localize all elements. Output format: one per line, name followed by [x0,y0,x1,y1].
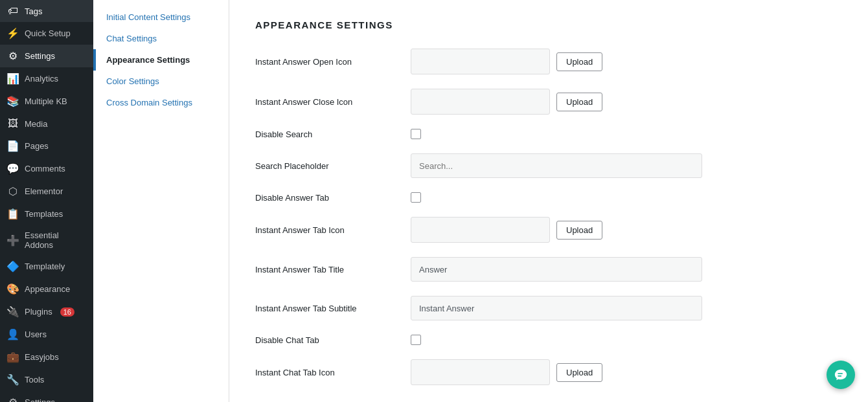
multiple-kb-icon: 📚 [6,95,19,107]
field-control-open-icon: Upload [411,49,602,74]
sidebar-item-essential-addons[interactable]: ➕ Essential Addons [0,225,93,255]
field-label-close-icon: Instant Answer Close Icon [255,97,398,107]
submenu-panel: Initial Content Settings Chat Settings A… [93,0,229,402]
settings2-icon: ⚙ [6,396,19,402]
answer-tab-subtitle-input[interactable] [411,296,702,320]
open-icon-upload-box [411,49,550,74]
field-label-answer-tab-subtitle: Instant Answer Tab Subtitle [255,304,398,313]
field-search-placeholder: Search Placeholder [255,153,842,178]
sidebar-item-users[interactable]: 👤 Users [0,323,93,346]
disable-search-checkbox[interactable] [411,129,421,139]
field-label-disable-chat-tab: Disable Chat Tab [255,335,398,345]
field-control-answer-tab-icon: Upload [411,217,602,243]
sidebar-item-label: Users [25,329,47,339]
answer-tab-icon-upload-button[interactable]: Upload [556,221,602,240]
submenu-cross-domain[interactable]: Cross Domain Settings [93,92,229,113]
submenu-chat-settings[interactable]: Chat Settings [93,28,229,49]
field-chat-tab-icon: Instant Chat Tab Icon Upload [255,359,842,385]
sidebar-item-appearance[interactable]: 🎨 Appearance [0,278,93,300]
sidebar-item-tags[interactable]: 🏷 Tags [0,0,93,22]
sidebar-item-tools[interactable]: 🔧 Tools [0,368,93,391]
sidebar-item-templately[interactable]: 🔷 Templately [0,255,93,278]
sidebar-item-settings2[interactable]: ⚙ Settings [0,391,93,402]
sidebar-item-easyjobs[interactable]: 💼 Easyjobs [0,346,93,368]
sidebar-item-analytics[interactable]: 📊 Analytics [0,67,93,90]
search-placeholder-input[interactable] [411,153,702,178]
field-control-disable-chat-tab [411,335,421,345]
field-control-answer-tab-subtitle [411,296,702,320]
appearance-icon: 🎨 [6,283,19,295]
field-answer-tab-icon: Instant Answer Tab Icon Upload [255,217,842,243]
sidebar-item-label: Comments [25,164,65,173]
sidebar-item-label: Templates [25,209,63,219]
sidebar-item-label: Analytics [25,74,58,84]
field-label-disable-answer-tab: Disable Answer Tab [255,193,398,203]
answer-tab-icon-upload-box [411,217,550,243]
elementor-icon: ⬡ [6,185,19,197]
sidebar-item-label: Tags [25,6,42,16]
close-icon-upload-box [411,89,550,115]
sidebar-item-multiple-kb[interactable]: 📚 Multiple KB [0,90,93,113]
sidebar-item-label: Plugins [25,307,52,317]
sidebar-item-label: Essential Addons [25,230,87,250]
field-label-open-icon: Instant Answer Open Icon [255,57,398,67]
field-label-answer-tab-title: Instant Answer Tab Title [255,265,398,274]
sidebar-item-label: Templately [25,262,65,271]
tools-icon: 🔧 [6,374,19,386]
chat-tab-icon-upload-button[interactable]: Upload [556,363,602,382]
sidebar-item-plugins[interactable]: 🔌 Plugins 16 [0,300,93,323]
essential-addons-icon: ➕ [6,234,19,247]
sidebar-item-quick-setup[interactable]: ⚡ Quick Setup [0,22,93,45]
users-icon: 👤 [6,328,19,341]
plugins-badge: 16 [60,307,74,317]
disable-answer-tab-checkbox[interactable] [411,192,421,203]
tags-icon: 🏷 [6,5,19,17]
submenu-color-settings[interactable]: Color Settings [93,71,229,92]
field-label-chat-tab-icon: Instant Chat Tab Icon [255,368,398,377]
field-disable-chat-tab: Disable Chat Tab [255,335,842,345]
field-control-chat-tab-icon: Upload [411,359,602,385]
sidebar-item-label: Appearance [25,284,70,294]
sidebar-item-label: Pages [25,141,49,151]
field-open-icon: Instant Answer Open Icon Upload [255,49,842,74]
disable-chat-tab-checkbox[interactable] [411,335,421,345]
sidebar: 🏷 Tags ⚡ Quick Setup ⚙ Settings 📊 Analyt… [0,0,93,402]
chat-tab-icon-upload-box [411,359,550,385]
sidebar-item-label: Multiple KB [25,96,67,106]
field-label-answer-tab-icon: Instant Answer Tab Icon [255,225,398,235]
field-answer-tab-subtitle: Instant Answer Tab Subtitle [255,296,842,320]
chat-bubble-icon [834,368,848,382]
sidebar-item-comments[interactable]: 💬 Comments [0,157,93,180]
chat-bubble[interactable] [827,361,855,389]
sidebar-item-elementor[interactable]: ⬡ Elementor [0,180,93,203]
answer-tab-title-input[interactable] [411,257,702,282]
sidebar-item-label: Settings [25,397,55,402]
field-label-search-placeholder: Search Placeholder [255,161,398,171]
sidebar-item-pages[interactable]: 📄 Pages [0,135,93,157]
submenu-initial-content[interactable]: Initial Content Settings [93,6,229,28]
submenu-appearance-settings[interactable]: Appearance Settings [93,49,229,71]
sidebar-item-label: Elementor [25,186,63,196]
sidebar-item-templates[interactable]: 📋 Templates [0,203,93,225]
field-control-search-placeholder [411,153,702,178]
field-label-disable-search: Disable Search [255,129,398,139]
easyjobs-icon: 💼 [6,351,19,363]
sidebar-item-label: Tools [25,375,44,385]
settings-icon: ⚙ [6,50,19,62]
field-close-icon: Instant Answer Close Icon Upload [255,89,842,115]
plugins-icon: 🔌 [6,306,19,318]
sidebar-item-label: Settings [25,51,55,61]
field-control-disable-search [411,129,421,139]
close-icon-upload-button[interactable]: Upload [556,93,602,111]
templately-icon: 🔷 [6,260,19,273]
field-control-disable-answer-tab [411,192,421,203]
templates-icon: 📋 [6,208,19,220]
sidebar-item-label: Quick Setup [25,28,71,38]
sidebar-item-label: Easyjobs [25,352,59,362]
main-content: APPEARANCE SETTINGS Instant Answer Open … [229,0,868,402]
field-disable-answer-tab: Disable Answer Tab [255,192,842,203]
sidebar-item-media[interactable]: 🖼 Media [0,113,93,135]
sidebar-item-settings[interactable]: ⚙ Settings [0,45,93,67]
field-control-close-icon: Upload [411,89,602,115]
open-icon-upload-button[interactable]: Upload [556,52,602,71]
